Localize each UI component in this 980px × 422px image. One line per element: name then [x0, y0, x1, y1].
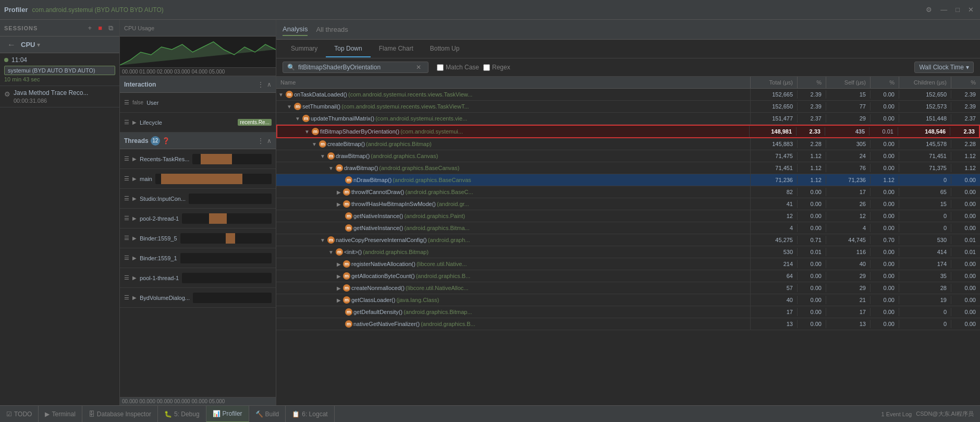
- self-cell: 76: [826, 164, 871, 172]
- method-pkg: (com.android.systemui.recents.views.Task…: [341, 103, 469, 110]
- split-button[interactable]: ⧉: [106, 23, 115, 33]
- expand-icon[interactable]: ▶: [132, 156, 137, 162]
- status-database[interactable]: 🗄 Database Inspector: [82, 406, 158, 423]
- table-row[interactable]: m getDefaultDensity() (android.graphics.…: [276, 306, 980, 318]
- subtab-summary[interactable]: Summary: [283, 41, 326, 57]
- main-expand[interactable]: ▶: [132, 176, 137, 182]
- interaction-more-icon[interactable]: ⋮: [258, 81, 264, 88]
- expand-arrow-icon[interactable]: ▶: [337, 297, 341, 303]
- thread-row-pool1[interactable]: ☰ ▶ pool-1-thread-1: [120, 268, 276, 288]
- table-row[interactable]: m nDrawBitmap() (android.graphics.BaseCa…: [276, 174, 980, 186]
- status-profiler[interactable]: 📊 Profiler: [206, 406, 249, 423]
- status-debug[interactable]: 🐛 5: Debug: [158, 406, 206, 423]
- table-row[interactable]: ▼m updateThumbnailMatrix() (com.android.…: [276, 113, 980, 125]
- thread-row[interactable]: ☰ ▶ Recents-TaskRes...: [120, 149, 276, 169]
- expand-arrow-icon[interactable]: ▼: [328, 165, 334, 171]
- table-row[interactable]: ▶m registerNativeAllocation() (libcore.u…: [276, 258, 980, 270]
- table-row[interactable]: ▶m throwIfHasHwBitmapInSwMode() (android…: [276, 198, 980, 210]
- session-item[interactable]: 11:04 systemui (BYD AUTO BYD AUTO) 10 mi…: [0, 53, 119, 86]
- expand-arrow-icon[interactable]: ▼: [304, 129, 310, 135]
- threads-help-icon[interactable]: ❓: [162, 137, 170, 144]
- center-panel: CPU Usage 00.000 01.000 02.000 03.000 04…: [120, 20, 276, 405]
- thread-row-binder5[interactable]: ☰ ▶ Binder:1559_5: [120, 228, 276, 248]
- expand-arrow-icon[interactable]: ▼: [295, 116, 300, 122]
- user-expand[interactable]: false: [132, 100, 143, 105]
- table-container[interactable]: Name Total (μs) % Self (μs) % Children (…: [276, 77, 980, 405]
- table-row[interactable]: m getNativeInstance() (android.graphics.…: [276, 222, 980, 234]
- status-todo[interactable]: ☑ TODO: [0, 406, 39, 423]
- settings-icon[interactable]: ⚙: [924, 5, 934, 15]
- binder5-expand[interactable]: ▶: [132, 235, 137, 241]
- add-session-button[interactable]: +: [86, 23, 94, 33]
- thread-row-binder1[interactable]: ☰ ▶ Binder:1559_1: [120, 248, 276, 268]
- status-logcat[interactable]: 📋 6: Logcat: [286, 406, 334, 423]
- table-row[interactable]: ▶m getAllocationByteCount() (android.gra…: [276, 270, 980, 282]
- search-clear-icon[interactable]: ✕: [416, 64, 421, 71]
- table-row[interactable]: ▼m setThumbnail() (com.android.systemui.…: [276, 101, 980, 113]
- close-icon[interactable]: ✕: [966, 5, 976, 15]
- table-row[interactable]: ▼m nativeCopyPreserveInternalConfig() (a…: [276, 234, 980, 246]
- lifecycle-expand[interactable]: ▶: [132, 119, 137, 125]
- expand-arrow-icon[interactable]: ▶: [337, 261, 341, 267]
- thread-row-byd[interactable]: ☰ ▶ BydVolumeDialog...: [120, 288, 276, 308]
- status-build[interactable]: 🔨 Build: [249, 406, 286, 423]
- table-row[interactable]: ▶m getClassLoader() (java.lang.Class)400…: [276, 294, 980, 306]
- table-row[interactable]: m getNativeInstance() (android.graphics.…: [276, 210, 980, 222]
- maximize-icon[interactable]: □: [953, 5, 962, 15]
- interaction-collapse-icon[interactable]: ∧: [267, 81, 272, 88]
- total-cell: 64: [751, 272, 798, 280]
- thread-row-pool2[interactable]: ☰ ▶ pool-2-thread-1: [120, 209, 276, 228]
- pool2-expand[interactable]: ▶: [132, 215, 137, 221]
- table-row[interactable]: m nativeGetNativeFinalizer() (android.gr…: [276, 318, 980, 330]
- binder1-expand[interactable]: ▶: [132, 255, 137, 261]
- record-button[interactable]: ■: [96, 23, 104, 33]
- back-arrow[interactable]: ←: [4, 39, 19, 51]
- subtab-flamechart[interactable]: Flame Chart: [371, 41, 422, 57]
- regex-option[interactable]: Regex: [483, 64, 510, 71]
- search-input-wrapper[interactable]: 🔍 ✕: [283, 62, 428, 73]
- lifecycle-row[interactable]: ☰ ▶ Lifecycle recents.Re...: [120, 113, 276, 132]
- expand-arrow-icon[interactable]: ▼: [328, 249, 334, 255]
- trace-item[interactable]: ⚙ Java Method Trace Reco... 00:00:31.086: [0, 86, 119, 107]
- cpu-dropdown-icon[interactable]: ▾: [37, 41, 40, 49]
- table-row[interactable]: ▼m drawBitmap() (android.graphics.Canvas…: [276, 150, 980, 162]
- self-cell: 116: [826, 248, 871, 256]
- thread-row-studio[interactable]: ☰ ▶ Studio:InputCon...: [120, 189, 276, 209]
- expand-arrow-icon[interactable]: ▼: [287, 104, 292, 110]
- table-row[interactable]: ▶m throwIfCannotDraw() (android.graphics…: [276, 186, 980, 198]
- regex-checkbox[interactable]: [483, 64, 490, 71]
- match-case-checkbox[interactable]: [437, 64, 444, 71]
- table-row[interactable]: ▼m fitBitmapShaderByOrientation() (com.a…: [276, 125, 980, 138]
- expand-arrow-icon[interactable]: ▶: [337, 201, 341, 207]
- table-row[interactable]: ▼m onTaskDataLoaded() (com.android.syste…: [276, 89, 980, 101]
- expand-arrow-icon[interactable]: ▶: [337, 189, 341, 195]
- table-row[interactable]: ▼m <init>() (android.graphics.Bitmap)530…: [276, 246, 980, 258]
- studio-expand[interactable]: ▶: [132, 196, 137, 201]
- user-row[interactable]: ☰ false User: [120, 93, 276, 113]
- expand-arrow-icon[interactable]: ▼: [320, 153, 325, 159]
- tab-analysis[interactable]: Analysis: [283, 23, 308, 36]
- search-input[interactable]: [298, 64, 413, 71]
- pool1-expand[interactable]: ▶: [132, 275, 137, 281]
- thread-row-main[interactable]: ☰ ▶ main: [120, 169, 276, 189]
- subtab-bottomup[interactable]: Bottom Up: [422, 41, 468, 57]
- table-row[interactable]: ▶m createNonmalloced() (libcore.util.Nat…: [276, 282, 980, 294]
- threads-more-icon[interactable]: ⋮: [258, 137, 264, 144]
- expand-arrow-icon[interactable]: ▼: [320, 237, 325, 243]
- expand-arrow-icon[interactable]: ▶: [337, 273, 341, 279]
- expand-arrow-icon[interactable]: ▼: [312, 141, 317, 147]
- expand-arrow-icon[interactable]: ▼: [278, 92, 284, 98]
- minimize-icon[interactable]: —: [938, 5, 949, 15]
- table-row[interactable]: ▼m drawBitmap() (android.graphics.BaseCa…: [276, 162, 980, 174]
- total-pct-cell: 0.00: [798, 212, 826, 220]
- match-case-option[interactable]: Match Case: [437, 64, 479, 71]
- table-row[interactable]: ▼m createBitmap() (android.graphics.Bitm…: [276, 138, 980, 150]
- subtab-topdown[interactable]: Top Down: [326, 41, 370, 57]
- threads-collapse-icon[interactable]: ∧: [267, 137, 272, 144]
- status-terminal[interactable]: ▶ Terminal: [39, 406, 82, 423]
- event-log-label[interactable]: 1 Event Log: [881, 411, 912, 417]
- expand-arrow-icon[interactable]: ▶: [337, 285, 341, 291]
- byd-expand[interactable]: ▶: [132, 295, 137, 300]
- wall-clock-selector[interactable]: Wall Clock Time ▾: [914, 62, 974, 73]
- tab-allthreads[interactable]: All threads: [316, 23, 348, 35]
